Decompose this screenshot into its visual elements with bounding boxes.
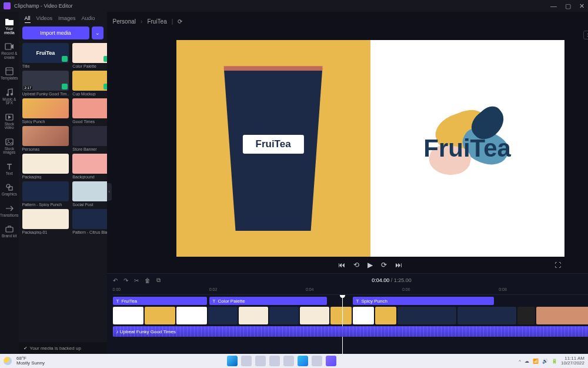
title-clip[interactable]: TSpicy Punch <box>353 297 494 305</box>
rail-templates[interactable]: Templates <box>0 64 19 84</box>
video-clip[interactable] <box>375 307 396 324</box>
ruler-mark: 0:08 <box>499 287 507 291</box>
window-close-button[interactable]: ✕ <box>579 2 584 10</box>
cloud-sync-icon[interactable]: ⟳ <box>178 18 182 25</box>
media-card[interactable]: Cup Mockup <box>72 71 106 96</box>
video-clip[interactable] <box>269 307 299 324</box>
media-card[interactable]: FruiTeaTitle <box>22 43 69 68</box>
video-clip[interactable] <box>113 307 143 324</box>
media-thumb <box>72 154 106 174</box>
video-clip[interactable] <box>145 307 175 324</box>
media-thumb <box>22 98 69 118</box>
media-card[interactable]: Good Times <box>72 98 106 124</box>
taskbar-taskview-icon[interactable] <box>255 356 266 366</box>
window-minimize-button[interactable]: — <box>550 2 557 10</box>
ruler-mark: 0:04 <box>306 287 314 291</box>
skip-start-button[interactable]: ⏮ <box>338 261 345 269</box>
duration-badge: 2:17 <box>24 86 33 89</box>
video-clip[interactable] <box>517 307 535 324</box>
media-card[interactable]: Pattern - Citrus Blast <box>72 209 106 234</box>
tray-volume-icon[interactable]: 🔊 <box>542 359 548 364</box>
tray-chevron-icon[interactable]: ^ <box>519 359 521 364</box>
rail-stock-images[interactable]: Stock images <box>0 134 19 158</box>
tab-audio[interactable]: Audio <box>81 15 95 23</box>
title-clip[interactable]: TColor Palette <box>209 297 327 305</box>
rail-graphics[interactable]: Graphics <box>0 180 19 200</box>
system-tray[interactable]: ^ ☁ 📶 🔊 🔋 11:11 AM 10/27/2022 <box>519 356 584 366</box>
redo-button[interactable]: ↷ <box>123 277 128 284</box>
ruler-mark: 0:02 <box>209 287 218 291</box>
tab-images[interactable]: Images <box>58 15 76 23</box>
tab-all[interactable]: All <box>25 15 31 23</box>
media-card[interactable]: Color Palette <box>72 43 106 68</box>
media-thumb <box>72 43 106 63</box>
tray-cloud-icon[interactable]: ☁ <box>524 359 529 364</box>
timeline-tracks[interactable]: TFruiTea TColor Palette TSpicy Punch <box>107 295 588 354</box>
undo-button[interactable]: ↶ <box>113 277 118 284</box>
media-card[interactable]: Packaging-01 <box>22 209 69 234</box>
fullscreen-button[interactable]: ⛶ <box>554 261 561 268</box>
tray-battery-icon[interactable]: 🔋 <box>552 359 557 364</box>
crumb-project[interactable]: FruiTea <box>147 18 166 25</box>
weather-widget[interactable]: 68°F Mostly Sunny <box>16 356 45 366</box>
video-clip[interactable] <box>176 307 207 324</box>
media-card[interactable]: Packaging <box>22 154 69 179</box>
duplicate-button[interactable]: ⧉ <box>156 277 161 284</box>
media-caption: Upbeat Funky Good Tim.. <box>22 92 69 96</box>
media-card[interactable]: Spicy Punch <box>22 98 69 124</box>
import-media-dropdown[interactable]: ⌄ <box>92 26 103 39</box>
step-forward-button[interactable]: ⟳ <box>381 261 387 269</box>
title-clip[interactable]: TFruiTea <box>113 297 207 305</box>
taskbar-clock[interactable]: 11:11 AM 10/27/2022 <box>561 356 584 366</box>
media-caption: Cup Mockup <box>72 92 106 96</box>
video-clip[interactable] <box>397 307 456 324</box>
split-button[interactable]: ✂ <box>134 277 139 284</box>
media-card[interactable]: Personas <box>22 126 69 151</box>
tray-wifi-icon[interactable]: 📶 <box>533 359 539 364</box>
taskbar-explorer-icon[interactable] <box>283 356 294 366</box>
audio-track-clip[interactable]: ♪ Upbeat Funky Good Times <box>113 326 588 337</box>
import-media-button[interactable]: Import media <box>22 26 89 39</box>
media-card[interactable]: Social Post <box>72 181 106 207</box>
rail-stock-video[interactable]: Stock video <box>0 110 19 133</box>
video-clip[interactable] <box>457 307 516 324</box>
media-card[interactable]: Store Banner <box>72 126 106 151</box>
video-clip[interactable] <box>330 307 352 324</box>
rail-music-sfx[interactable]: Music & SFX <box>0 85 19 108</box>
video-clip[interactable] <box>208 307 238 324</box>
rail-brand-kit[interactable]: Brand kit <box>0 221 19 241</box>
taskbar-store-icon[interactable] <box>312 356 322 366</box>
video-preview-canvas[interactable]: FruiTea FruiTea <box>176 40 564 257</box>
media-card[interactable]: 2:17Upbeat Funky Good Tim.. <box>22 71 69 96</box>
rail-transitions[interactable]: Transitions <box>0 201 19 221</box>
video-clip[interactable] <box>239 307 268 324</box>
media-caption: Spicy Punch <box>22 120 69 124</box>
taskbar-chat-icon[interactable] <box>269 356 280 366</box>
rail-your-media[interactable]: Your media <box>0 14 19 38</box>
rail-text[interactable]: Text <box>0 159 19 179</box>
media-card[interactable]: Pattern - Spicy Punch <box>22 181 69 207</box>
video-clip[interactable] <box>536 307 588 324</box>
video-clip[interactable] <box>353 307 374 324</box>
taskbar-search-icon[interactable] <box>241 356 252 366</box>
start-button[interactable] <box>227 356 238 366</box>
video-clip[interactable] <box>300 307 329 324</box>
aspect-ratio-selector[interactable]: 16:9 <box>583 31 588 39</box>
taskbar-clipchamp-icon[interactable] <box>326 356 336 366</box>
taskbar-edge-icon[interactable] <box>298 356 308 366</box>
collapse-library-handle[interactable]: ‹ <box>107 183 112 201</box>
step-back-button[interactable]: ⟲ <box>353 261 359 269</box>
media-thumb <box>22 181 69 201</box>
play-button[interactable]: ▶ <box>368 261 373 269</box>
skip-end-button[interactable]: ⏭ <box>395 261 402 269</box>
window-maximize-button[interactable]: ▢ <box>565 2 571 10</box>
playhead[interactable] <box>342 295 343 354</box>
crumb-root[interactable]: Personal <box>113 18 136 25</box>
delete-button[interactable]: 🗑 <box>145 277 151 284</box>
media-card[interactable]: Background <box>72 154 106 179</box>
tab-videos[interactable]: Videos <box>36 15 52 23</box>
svg-point-4 <box>11 93 13 95</box>
media-thumb <box>22 126 69 146</box>
timeline-ruler[interactable]: 0:000:020:040:060:080:1 <box>113 287 588 295</box>
rail-record-create[interactable]: Record & create <box>0 39 19 62</box>
